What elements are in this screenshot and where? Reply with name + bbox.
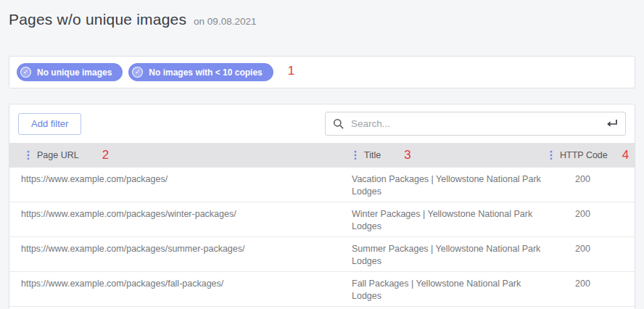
column-header-label: Title bbox=[364, 150, 381, 160]
page-url-cell-text: https://www.example.com/packages/ bbox=[21, 174, 168, 184]
page-url-cell: https://www.example.com/packages/summer-… bbox=[9, 237, 348, 272]
column-dots-icon[interactable] bbox=[27, 150, 30, 160]
search-box[interactable] bbox=[325, 112, 626, 136]
pages-table: Page URL2Title3HTTP Code4 https://www.ex… bbox=[9, 143, 635, 309]
filter-pill[interactable]: ✓No unique images bbox=[17, 63, 123, 81]
column-header-label: HTTP Code bbox=[560, 150, 608, 160]
table-row[interactable]: https://www.example.com/packages/Vacatio… bbox=[9, 168, 635, 202]
http-code-cell: 200 bbox=[544, 202, 635, 237]
add-filter-button[interactable]: Add filter bbox=[18, 113, 81, 135]
table-row[interactable]: https://www.example.com/packages/fall-pa… bbox=[9, 272, 635, 307]
page-date: on 09.08.2021 bbox=[194, 16, 256, 27]
toolbar: Add filter bbox=[9, 104, 635, 143]
http-code-cell-text: 200 bbox=[575, 279, 590, 289]
page: Pages w/o unique images on 09.08.2021 ✓N… bbox=[0, 0, 644, 309]
table-row[interactable]: https://www.example.com/packages/summer-… bbox=[9, 237, 635, 272]
filters-card: ✓No unique images✓No images with < 10 co… bbox=[9, 56, 635, 88]
annotation-2: 2 bbox=[102, 149, 109, 161]
check-circle-icon: ✓ bbox=[132, 67, 143, 78]
http-code-cell: 200 bbox=[544, 272, 635, 307]
table-row[interactable]: https://www.example.com/packages/winter-… bbox=[9, 202, 635, 237]
column-dots-icon[interactable] bbox=[354, 150, 357, 160]
title-cell-text: Winter Packages | Yellowstone National P… bbox=[352, 208, 544, 233]
title-cell: Summer Packages | Yellowstone National P… bbox=[348, 237, 544, 272]
column-header[interactable]: Page URL2 bbox=[9, 143, 348, 168]
http-code-cell: 200 bbox=[544, 237, 635, 272]
title-cell-text: Vacation Packages | Yellowstone National… bbox=[352, 173, 544, 198]
page-url-cell-text: https://www.example.com/packages/fall-pa… bbox=[21, 279, 223, 289]
page-url-cell-text: https://www.example.com/packages/winter-… bbox=[21, 209, 236, 219]
filter-pill[interactable]: ✓No images with < 10 copies bbox=[128, 63, 273, 81]
search-input[interactable] bbox=[350, 118, 598, 130]
check-circle-icon: ✓ bbox=[20, 67, 31, 78]
title-cell: Vacation Packages | Yellowstone National… bbox=[348, 168, 544, 202]
table-row-partial bbox=[9, 307, 635, 309]
page-url-cell: https://www.example.com/packages/winter-… bbox=[9, 202, 348, 237]
column-header[interactable]: Title3 bbox=[348, 143, 544, 168]
return-arrow-icon bbox=[604, 119, 618, 128]
page-url-cell: https://www.example.com/packages/fall-pa… bbox=[9, 272, 348, 307]
http-code-cell: 200 bbox=[544, 168, 635, 202]
filter-pill-label: No images with < 10 copies bbox=[149, 67, 262, 78]
column-dots-icon[interactable] bbox=[550, 150, 553, 160]
http-code-cell-text: 200 bbox=[575, 209, 590, 219]
page-url-cell-text: https://www.example.com/packages/summer-… bbox=[21, 244, 244, 254]
filter-pills: ✓No unique images✓No images with < 10 co… bbox=[17, 63, 273, 81]
annotation-1: 1 bbox=[288, 65, 294, 77]
column-header-label: Page URL bbox=[37, 150, 79, 160]
title-cell-text: Summer Packages | Yellowstone National P… bbox=[352, 243, 544, 268]
title-cell: Winter Packages | Yellowstone National P… bbox=[348, 202, 544, 237]
title-cell-text: Fall Packages | Yellowstone National Par… bbox=[352, 278, 544, 302]
http-code-cell-text: 200 bbox=[575, 174, 590, 184]
annotation-3: 3 bbox=[404, 149, 410, 161]
annotation-4: 4 bbox=[622, 149, 629, 161]
title-cell: Fall Packages | Yellowstone National Par… bbox=[348, 272, 544, 307]
results-card: Add filter Page URL2Title3HTTP Code4 htt… bbox=[9, 104, 635, 309]
page-url-cell: https://www.example.com/packages/ bbox=[9, 168, 348, 202]
filter-pill-label: No unique images bbox=[37, 67, 112, 78]
table-header-row: Page URL2Title3HTTP Code4 bbox=[9, 143, 635, 168]
column-header[interactable]: HTTP Code4 bbox=[544, 143, 635, 168]
page-title: Pages w/o unique images bbox=[9, 11, 186, 28]
page-header: Pages w/o unique images on 09.08.2021 bbox=[0, 0, 644, 28]
search-icon bbox=[333, 118, 344, 129]
http-code-cell-text: 200 bbox=[575, 244, 590, 254]
